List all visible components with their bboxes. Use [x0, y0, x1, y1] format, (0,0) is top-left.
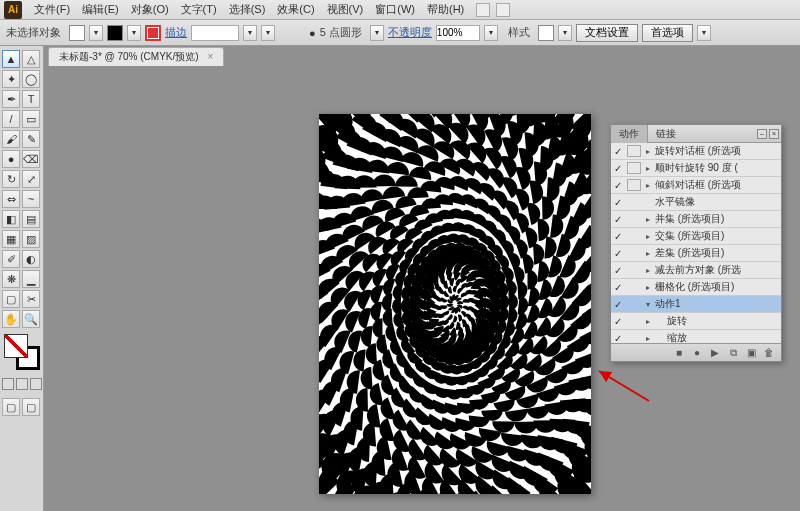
tool-symbol[interactable]: ❋ [2, 270, 20, 288]
actions-footer-btn-3[interactable]: ⧉ [727, 347, 739, 359]
actions-footer-btn-4[interactable]: ▣ [745, 347, 757, 359]
menu-help[interactable]: 帮助(H) [421, 0, 470, 19]
tool-mesh[interactable]: ▦ [2, 230, 20, 248]
tool-slice[interactable]: ✂ [22, 290, 40, 308]
menu-object[interactable]: 对象(O) [125, 0, 175, 19]
tool-eraser[interactable]: ⌫ [22, 150, 40, 168]
actions-footer-btn-0[interactable]: ■ [673, 347, 685, 359]
tool-width[interactable]: ⇔ [2, 190, 20, 208]
doc-setup-button[interactable]: 文档设置 [576, 24, 638, 42]
opacity-dd[interactable]: ▾ [484, 25, 498, 41]
action-check-icon[interactable]: ✓ [611, 299, 625, 310]
action-row-4[interactable]: ✓▸并集 (所选项目) [611, 211, 781, 228]
fill-swatch[interactable] [69, 25, 85, 41]
action-expand-icon[interactable]: ▸ [643, 283, 653, 292]
tool-warp[interactable]: ~ [22, 190, 40, 208]
tool-hand[interactable]: ✋ [2, 310, 20, 328]
action-row-1[interactable]: ✓▸顺时针旋转 90 度 ( [611, 160, 781, 177]
opacity-link[interactable]: 不透明度 [388, 25, 432, 40]
tool-gradient[interactable]: ▨ [22, 230, 40, 248]
tool-rotate[interactable]: ↻ [2, 170, 20, 188]
action-row-7[interactable]: ✓▸减去前方对象 (所选 [611, 262, 781, 279]
tool-pen[interactable]: ✒ [2, 90, 20, 108]
prefs-dd[interactable]: ▾ [697, 25, 711, 41]
action-expand-icon[interactable]: ▸ [643, 164, 653, 173]
style-dd[interactable]: ▾ [558, 25, 572, 41]
action-expand-icon[interactable]: ▸ [643, 317, 653, 326]
tool-sel-white[interactable]: △ [22, 50, 40, 68]
action-row-5[interactable]: ✓▸交集 (所选项目) [611, 228, 781, 245]
stroke-dropdown[interactable]: ▾ [127, 25, 141, 41]
action-check-icon[interactable]: ✓ [611, 197, 625, 208]
action-check-icon[interactable]: ✓ [611, 146, 625, 157]
stroke-swatch[interactable] [107, 25, 123, 41]
stroke-weight-dd[interactable]: ▾ [243, 25, 257, 41]
menu-select[interactable]: 选择(S) [223, 0, 272, 19]
menu-effect[interactable]: 效果(C) [271, 0, 320, 19]
none-swatch[interactable] [145, 25, 161, 41]
tool-zoom[interactable]: 🔍 [22, 310, 40, 328]
action-row-3[interactable]: ✓水平镜像 [611, 194, 781, 211]
action-check-icon[interactable]: ✓ [611, 180, 625, 191]
mode-color[interactable] [2, 378, 14, 390]
actions-footer-btn-2[interactable]: ▶ [709, 347, 721, 359]
action-row-11[interactable]: ✓▸缩放 [611, 330, 781, 343]
action-expand-icon[interactable]: ▸ [643, 181, 653, 190]
artboard[interactable] [319, 114, 591, 494]
tool-scale[interactable]: ⤢ [22, 170, 40, 188]
mode-none[interactable] [30, 378, 42, 390]
opacity-input[interactable] [436, 25, 480, 41]
menu-window[interactable]: 窗口(W) [369, 0, 421, 19]
fill-stroke-control[interactable] [4, 334, 40, 370]
tool-rect[interactable]: ▭ [22, 110, 40, 128]
action-check-icon[interactable]: ✓ [611, 248, 625, 259]
action-check-icon[interactable]: ✓ [611, 265, 625, 276]
panel-tab-links[interactable]: 链接 [648, 125, 684, 143]
action-expand-icon[interactable]: ▾ [643, 300, 653, 309]
actions-footer-btn-5[interactable]: 🗑 [763, 347, 775, 359]
actions-footer-btn-1[interactable]: ● [691, 347, 703, 359]
tool-blend[interactable]: ◐ [22, 250, 40, 268]
action-expand-icon[interactable]: ▸ [643, 334, 653, 343]
tool-artboard[interactable]: ▢ [2, 290, 20, 308]
action-check-icon[interactable]: ✓ [611, 163, 625, 174]
mode-gradient[interactable] [16, 378, 28, 390]
stroke-link[interactable]: 描边 [165, 25, 187, 40]
menu-edit[interactable]: 编辑(E) [76, 0, 125, 19]
tool-pencil[interactable]: ✎ [22, 130, 40, 148]
action-dialog-toggle[interactable] [627, 179, 641, 191]
tool-dropper[interactable]: ✐ [2, 250, 20, 268]
panel-tab-actions[interactable]: 动作 [611, 125, 648, 143]
canvas-area[interactable]: 未标题-3* @ 70% (CMYK/预览) × 动作 链接 [44, 46, 800, 511]
menu-type[interactable]: 文字(T) [175, 0, 223, 19]
screen-normal[interactable]: ▢ [2, 398, 20, 416]
tool-blob[interactable]: ● [2, 150, 20, 168]
action-expand-icon[interactable]: ▸ [643, 266, 653, 275]
tool-shapebuilder[interactable]: ◧ [2, 210, 20, 228]
tool-lasso[interactable]: ◯ [22, 70, 40, 88]
tool-type[interactable]: T [22, 90, 40, 108]
action-expand-icon[interactable]: ▸ [643, 147, 653, 156]
tool-wand[interactable]: ✦ [2, 70, 20, 88]
panel-close-icon[interactable]: × [769, 129, 779, 139]
action-check-icon[interactable]: ✓ [611, 282, 625, 293]
style-swatch[interactable] [538, 25, 554, 41]
tool-brush[interactable]: 🖌 [2, 130, 20, 148]
action-expand-icon[interactable]: ▸ [643, 249, 653, 258]
panel-collapse-icon[interactable]: – [757, 129, 767, 139]
action-row-9[interactable]: ✓▾动作1 [611, 296, 781, 313]
tool-line[interactable]: / [2, 110, 20, 128]
action-dialog-toggle[interactable] [627, 145, 641, 157]
action-dialog-toggle[interactable] [627, 162, 641, 174]
prefs-button[interactable]: 首选项 [642, 24, 693, 42]
action-row-10[interactable]: ✓▸旋转 [611, 313, 781, 330]
action-expand-icon[interactable]: ▸ [643, 232, 653, 241]
document-tab[interactable]: 未标题-3* @ 70% (CMYK/预览) × [48, 47, 224, 66]
action-check-icon[interactable]: ✓ [611, 316, 625, 327]
stroke-weight-input[interactable] [191, 25, 239, 41]
action-row-6[interactable]: ✓▸差集 (所选项目) [611, 245, 781, 262]
action-check-icon[interactable]: ✓ [611, 333, 625, 344]
action-check-icon[interactable]: ✓ [611, 231, 625, 242]
action-row-0[interactable]: ✓▸旋转对话框 (所选项 [611, 143, 781, 160]
action-check-icon[interactable]: ✓ [611, 214, 625, 225]
